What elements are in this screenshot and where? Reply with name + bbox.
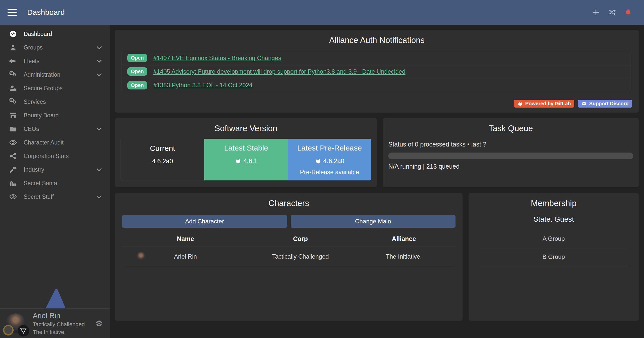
gitlab-icon: [235, 158, 241, 164]
list-item: Open #1407 EVE Equinox Status - Breaking…: [122, 51, 632, 65]
sidebar-item-label: Fleets: [24, 58, 40, 65]
gitlab-icon: [315, 158, 321, 164]
cell-corp: Tactically Challenged: [249, 247, 352, 266]
sidebar-item-services[interactable]: ⚙⚙ Services: [0, 95, 110, 109]
task-queue-title: Task Queue: [388, 124, 633, 133]
footer-badges: Powered by GitLab Support Discord: [122, 100, 632, 108]
user-alliance: The Initiative.: [33, 329, 85, 336]
gitlab-icon: [517, 101, 523, 107]
prerelease-note: Pre-Release available: [288, 169, 371, 176]
sidebar-item-dashboard[interactable]: Dashboard: [0, 27, 110, 41]
software-version-panel: Software Version Current 4.6.2a0 Latest …: [115, 118, 377, 187]
latest-stable-box: Latest Stable 4.6.1: [204, 139, 288, 180]
folder-icon: [8, 125, 19, 133]
current-version-box: Current 4.6.2a0: [121, 139, 204, 180]
character-buttons: Add Character Change Main: [122, 215, 456, 228]
sidebar-item-label: CEOs: [24, 126, 39, 132]
status-badge: Open: [127, 67, 147, 76]
sidebar-item-label: Secret Santa: [24, 180, 57, 187]
sidebar-item-bounty-board[interactable]: Bounty Board: [0, 109, 110, 122]
sidebar-item-ceos[interactable]: CEOs: [0, 122, 110, 136]
characters-panel: Characters Add Character Change Main Nam…: [115, 193, 463, 321]
cogs-icon: ⚙⚙: [8, 98, 19, 106]
membership-groups-list: A Group B Group: [478, 230, 630, 266]
chevron-down-icon: [96, 125, 103, 132]
badge-label: Support Discord: [589, 101, 629, 107]
user-panel: Ariel Rin Tactically Challenged The Init…: [0, 308, 110, 338]
sidebar: Dashboard Groups Fleets ⚙⚙ Administ: [0, 25, 110, 338]
cell-name: Ariel Rin: [122, 247, 249, 266]
notifications-list: Open #1407 EVE Equinox Status - Breaking…: [122, 51, 632, 92]
version-box-label: Current: [121, 144, 204, 153]
status-badge: Open: [127, 81, 147, 89]
column-header-corp: Corp: [249, 231, 352, 247]
main-content: Alliance Auth Notifications Open #1407 E…: [110, 25, 644, 338]
sidebar-item-label: Services: [24, 99, 46, 105]
notification-link[interactable]: #1407 EVE Equinox Status - Breaking Chan…: [153, 55, 281, 62]
sidebar-item-label: Secret Stuff: [24, 194, 54, 200]
notifications-title: Alliance Auth Notifications: [122, 35, 632, 45]
chevron-down-icon: [96, 44, 103, 51]
alliance-auth-notifications-panel: Alliance Auth Notifications Open #1407 E…: [115, 30, 639, 113]
sidebar-item-groups[interactable]: Groups: [0, 41, 110, 54]
sidebar-item-secure-groups[interactable]: Secure Groups: [0, 81, 110, 95]
navbar-actions: [592, 8, 636, 17]
membership-state: State: Guest: [474, 215, 633, 223]
badge-label: Powered by GitLab: [525, 101, 571, 107]
eye-icon: [8, 138, 19, 147]
add-character-icon[interactable]: [592, 8, 600, 17]
cell-alliance: The Initiative.: [352, 247, 456, 266]
list-item: B Group: [478, 248, 630, 266]
sidebar-item-label: Character Audit: [24, 139, 64, 146]
sidebar-item-label: Bounty Board: [24, 112, 59, 119]
sidebar-item-label: Industry: [24, 166, 44, 173]
version-box-label: Latest Stable: [204, 144, 288, 152]
task-queue-status-text: Status of 0 processed tasks • last ?: [388, 141, 633, 148]
version-boxes: Current 4.6.2a0 Latest Stable 4.6.1 Late…: [121, 139, 371, 180]
chevron-down-icon: [96, 71, 103, 78]
powered-by-gitlab-badge[interactable]: Powered by GitLab: [514, 100, 574, 108]
cogs-icon: ⚙⚙: [8, 70, 19, 79]
prerelease-version-value: 4.6.2a0: [323, 157, 344, 165]
sidebar-item-fleets[interactable]: Fleets: [0, 54, 110, 68]
sidebar-toggle-icon[interactable]: [8, 7, 17, 18]
user-info: Ariel Rin Tactically Challenged The Init…: [33, 311, 85, 335]
top-navbar: Dashboard: [0, 0, 644, 25]
sidebar-item-administration[interactable]: ⚙⚙ Administration: [0, 68, 110, 81]
column-header-name: Name: [122, 231, 249, 247]
sidebar-item-secret-stuff[interactable]: Secret Stuff: [0, 190, 110, 204]
sidebar-item-label: Dashboard: [24, 31, 52, 37]
gear-icon[interactable]: ⚙: [95, 319, 105, 328]
latest-prerelease-box: Latest Pre-Release 4.6.2a0 Pre-Release a…: [288, 139, 371, 180]
page-title: Dashboard: [27, 8, 65, 17]
sidebar-item-character-audit[interactable]: Character Audit: [0, 136, 110, 149]
list-item: Open #1383 Python 3.8 EOL - 14 Oct 2024: [122, 78, 632, 92]
change-main-shuffle-icon[interactable]: [608, 8, 616, 17]
sidebar-item-secret-santa[interactable]: Secret Santa: [0, 176, 110, 190]
membership-panel: Membership State: Guest A Group B Group: [469, 193, 639, 321]
character-avatar: [136, 252, 146, 261]
sidebar-item-corporation-stats[interactable]: Corporation Stats: [0, 149, 110, 163]
user-name: Ariel Rin: [33, 311, 85, 320]
row-software-taskqueue: Software Version Current 4.6.2a0 Latest …: [115, 118, 639, 187]
hammer-icon: [8, 165, 19, 174]
notifications-bell-icon[interactable]: [624, 8, 632, 17]
chevron-down-icon: [96, 166, 103, 173]
notification-link[interactable]: #1405 Advisory: Future development will …: [153, 68, 405, 75]
tachometer-icon: [8, 30, 19, 38]
task-queue-panel: Task Queue Status of 0 processed tasks •…: [383, 118, 639, 187]
change-main-button[interactable]: Change Main: [291, 215, 456, 228]
sidebar-item-industry[interactable]: Industry: [0, 163, 110, 176]
add-character-button[interactable]: Add Character: [122, 215, 287, 228]
chevron-down-icon: [96, 58, 103, 65]
sidebar-nav: Dashboard Groups Fleets ⚙⚙ Administ: [0, 25, 110, 204]
corp-logo-badge: [3, 325, 14, 335]
column-header-alliance: Alliance: [352, 231, 456, 247]
sidebar-item-label: Groups: [24, 44, 43, 51]
characters-title: Characters: [122, 199, 456, 208]
gifts-icon: [8, 179, 19, 187]
sidebar-item-label: Corporation Stats: [24, 153, 69, 160]
notification-link[interactable]: #1383 Python 3.8 EOL - 14 Oct 2024: [153, 82, 252, 89]
support-discord-badge[interactable]: Support Discord: [578, 100, 632, 108]
row-characters-membership: Characters Add Character Change Main Nam…: [115, 193, 639, 321]
